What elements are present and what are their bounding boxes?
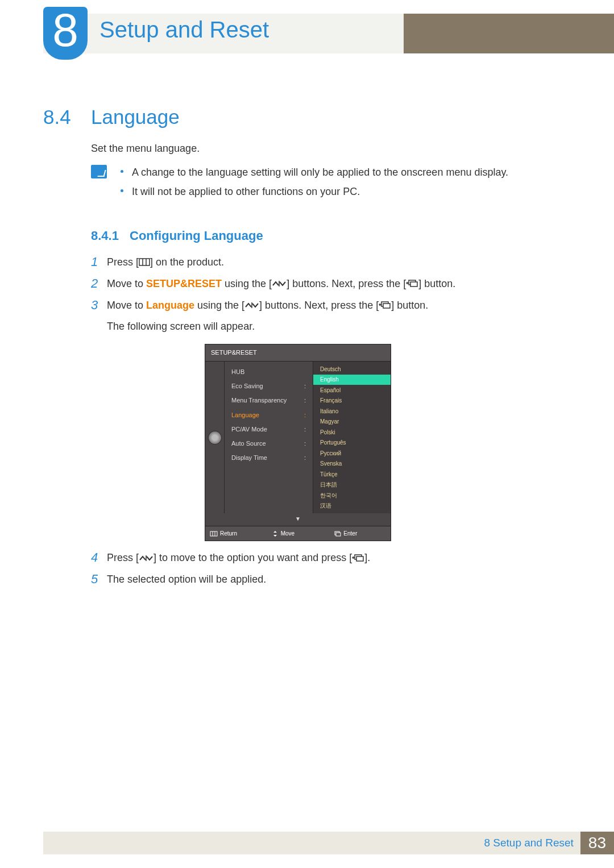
osd-more-indicator: ▼ — [205, 513, 391, 526]
step-5-text: The selected option will be applied. — [107, 572, 569, 588]
note-icon — [91, 165, 107, 178]
step-number: 5 — [91, 572, 107, 588]
menu-icon — [139, 258, 150, 268]
step-1-text: Press [] on the product. — [107, 255, 569, 271]
footer-page-number: 83 — [580, 832, 614, 854]
gear-icon — [209, 431, 221, 444]
osd-enter: Enter — [329, 526, 391, 541]
chapter-title: Setup and Reset — [99, 17, 269, 43]
svg-rect-16 — [356, 556, 363, 561]
osd-move: Move — [267, 526, 329, 541]
osd-menu-item: Eco Saving: — [225, 379, 313, 393]
osd-language-option: 한국어 — [313, 490, 391, 501]
note-item: It will not be applied to other function… — [121, 184, 508, 200]
setup-reset-highlight: SETUP&RESET — [146, 278, 222, 289]
section-number: 8.4 — [43, 106, 91, 128]
note-block: A change to the language setting will on… — [91, 165, 569, 203]
enter-icon — [379, 300, 391, 311]
osd-menu-item: Language: — [225, 408, 313, 422]
osd-footer: Return Move Enter — [205, 526, 391, 541]
note-item: A change to the language setting will on… — [121, 165, 508, 181]
header-accent — [404, 14, 614, 53]
step-4-text: Press [] to move to the option you want … — [107, 550, 569, 566]
osd-language-option: 日本語 — [313, 480, 391, 491]
step-number: 4 — [91, 550, 107, 566]
subsection-heading: 8.4.1Configuring Language — [91, 226, 569, 246]
osd-language-option: Español — [313, 385, 391, 396]
osd-title: SETUP&RESET — [205, 344, 391, 362]
osd-language-list: DeutschEnglishEspañolFrançaisItalianoMag… — [313, 362, 391, 513]
section-title: Language — [91, 106, 180, 128]
osd-language-option: Русский — [313, 448, 391, 459]
svg-rect-5 — [410, 282, 417, 286]
subsection-title: Configuring Language — [130, 229, 263, 243]
footer-band: 8 Setup and Reset 83 — [43, 832, 614, 854]
step-2-text: Move to SETUP&RESET using the [] buttons… — [107, 276, 569, 292]
osd-language-option: Italiano — [313, 406, 391, 417]
section-heading: 8.4Language — [43, 106, 180, 128]
svg-rect-0 — [139, 259, 150, 265]
up-down-icon — [139, 554, 154, 564]
osd-icon-column — [205, 362, 225, 513]
osd-menu-item: Menu Transparency: — [225, 393, 313, 408]
footer-chapter-ref: 8 Setup and Reset — [484, 837, 580, 849]
step-3-text: Move to Language using the [] buttons. N… — [107, 298, 569, 314]
osd-screenshot: SETUP&RESET HUBEco Saving:Menu Transpare… — [205, 344, 391, 541]
osd-menu: HUBEco Saving:Menu Transparency:Language… — [225, 362, 313, 513]
step-number: 3 — [91, 298, 107, 314]
osd-language-option: English — [313, 375, 391, 385]
step-number: 2 — [91, 276, 107, 292]
enter-icon — [406, 279, 418, 289]
step-number: 1 — [91, 255, 107, 271]
step-3-note: The following screen will appear. — [107, 319, 569, 335]
osd-language-option: Polski — [313, 427, 391, 438]
svg-rect-8 — [383, 304, 390, 308]
up-down-icon — [272, 279, 287, 289]
osd-language-option: Français — [313, 396, 391, 406]
svg-rect-13 — [336, 533, 341, 536]
chapter-number: 8 — [52, 7, 78, 53]
up-down-icon — [244, 301, 259, 311]
enter-icon — [352, 553, 364, 564]
osd-language-option: Deutsch — [313, 364, 391, 375]
osd-menu-item: Auto Source: — [225, 437, 313, 451]
osd-menu-item: HUB — [225, 365, 313, 379]
svg-rect-9 — [210, 531, 217, 536]
osd-return: Return — [205, 526, 267, 541]
osd-language-option: Magyar — [313, 417, 391, 427]
intro-text: Set the menu language. — [91, 141, 569, 157]
osd-menu-item: Display Time: — [225, 451, 313, 465]
language-highlight: Language — [146, 300, 194, 311]
osd-language-option: Português — [313, 438, 391, 448]
subsection-number: 8.4.1 — [91, 226, 130, 246]
osd-language-option: Türkçe — [313, 469, 391, 480]
osd-language-option: Svenska — [313, 459, 391, 470]
osd-menu-item: PC/AV Mode: — [225, 422, 313, 437]
osd-language-option: 汉语 — [313, 501, 391, 512]
chapter-badge: 8 — [43, 7, 88, 60]
